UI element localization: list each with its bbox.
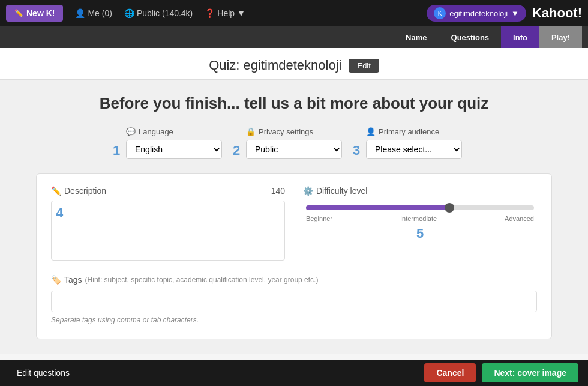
chevron-down-icon: ▼ <box>237 8 245 18</box>
new-k-button[interactable]: New K! <box>6 5 63 22</box>
audience-setting: 3 👤 Primary audience Please select... Ki… <box>366 127 462 159</box>
difficulty-label: ⚙️ Difficulty level <box>303 186 537 196</box>
privacy-setting: 2 🔒 Privacy settings Public Private <box>246 127 342 159</box>
tags-input[interactable] <box>51 291 537 312</box>
privacy-select[interactable]: Public Private <box>246 140 342 159</box>
tag-icon: 🏷️ <box>51 275 61 285</box>
next-cover-image-button[interactable]: Next: cover image <box>482 363 578 382</box>
public-icon: 🌐 <box>124 8 134 18</box>
edit-questions-button[interactable]: Edit questions <box>10 363 77 382</box>
nav-help[interactable]: ❓ Help ▼ <box>205 8 245 18</box>
chevron-down-icon: ▼ <box>511 9 519 18</box>
char-count: 140 <box>271 186 285 196</box>
bottom-right-actions: Cancel Next: cover image <box>424 363 578 382</box>
language-setting: 1 💬 Language English Turkish Spanish <box>126 127 222 159</box>
label-beginner: Beginner <box>306 215 332 222</box>
tags-label: 🏷️ Tags (Hint: subject, specific topic, … <box>51 275 537 285</box>
cancel-button[interactable]: Cancel <box>424 363 476 382</box>
me-icon: 👤 <box>75 8 85 18</box>
nav-right: K egitimdeteknoloji ▼ Kahoot! <box>427 5 582 22</box>
audience-select[interactable]: Please select... Kids Students Adults <box>366 140 462 159</box>
description-textarea[interactable] <box>51 201 285 261</box>
tab-questions[interactable]: Questions <box>439 26 502 48</box>
description-label: ✏️ Description <box>51 186 106 196</box>
sub-nav-tabs: Name Questions Info Play! <box>394 26 582 48</box>
tags-help: Separate tags using comma or tab charact… <box>51 316 537 324</box>
step-1-number: 1 <box>113 143 120 158</box>
lock-icon: 🔒 <box>246 127 256 136</box>
main-content: Before you finish... tell us a bit more … <box>0 80 588 354</box>
description-col: ✏️ Description 140 4 <box>51 186 285 263</box>
tags-hint: (Hint: subject, specific topic, academic… <box>85 276 319 284</box>
nav-links: 👤 Me (0) 🌐 Public (140.4k) ❓ Help ▼ <box>75 8 427 18</box>
page-heading: Before you finish... tell us a bit more … <box>36 94 552 113</box>
info-card: ✏️ Description 140 4 ⚙️ Difficulty level <box>36 173 552 339</box>
language-icon: 💬 <box>126 127 136 136</box>
quiz-title: Quiz: egitimdeteknoloji <box>209 58 341 73</box>
edit-button[interactable]: Edit <box>349 59 379 73</box>
nav-public[interactable]: 🌐 Public (140.4k) <box>124 8 193 18</box>
user-badge[interactable]: K egitimdeteknoloji ▼ <box>427 5 526 22</box>
person-icon: 👤 <box>366 127 376 136</box>
user-avatar-circle: K <box>434 7 446 19</box>
gear-icon: ⚙️ <box>303 186 313 196</box>
privacy-label: 🔒 Privacy settings <box>246 127 313 136</box>
slider-fill <box>306 205 454 210</box>
slider-container: Beginner Intermediate Advanced <box>303 205 537 222</box>
step-2-number: 2 <box>233 143 240 158</box>
difficulty-col: ⚙️ Difficulty level Beginner Intermediat… <box>303 186 537 263</box>
description-header: ✏️ Description 140 <box>51 186 285 196</box>
step-4-number: 4 <box>56 205 63 221</box>
tab-play[interactable]: Play! <box>539 26 582 48</box>
audience-label: 👤 Primary audience <box>366 127 439 136</box>
slider-track <box>306 205 534 210</box>
quiz-header: Quiz: egitimdeteknoloji Edit <box>0 48 588 80</box>
step-3-number: 3 <box>353 143 360 158</box>
nav-me[interactable]: 👤 Me (0) <box>75 8 112 18</box>
sub-nav: Name Questions Info Play! <box>0 26 588 48</box>
card-row: ✏️ Description 140 4 ⚙️ Difficulty level <box>51 186 537 263</box>
step-5-number: 5 <box>303 226 537 241</box>
slider-labels: Beginner Intermediate Advanced <box>306 215 534 222</box>
tab-info[interactable]: Info <box>501 26 539 48</box>
label-intermediate: Intermediate <box>400 215 437 222</box>
username-label: egitimdeteknoloji <box>449 9 508 18</box>
language-label: 💬 Language <box>126 127 173 136</box>
language-select[interactable]: English Turkish Spanish <box>126 140 222 159</box>
tab-name[interactable]: Name <box>394 26 439 48</box>
label-advanced: Advanced <box>505 215 534 222</box>
settings-row: 1 💬 Language English Turkish Spanish 2 🔒… <box>36 127 552 159</box>
bottom-bar: Edit questions Cancel Next: cover image <box>0 360 588 386</box>
kahoot-logo: Kahoot! <box>532 5 582 21</box>
help-icon: ❓ <box>205 8 215 18</box>
top-nav: New K! 👤 Me (0) 🌐 Public (140.4k) ❓ Help… <box>0 0 588 26</box>
pencil-icon: ✏️ <box>51 186 61 196</box>
slider-thumb[interactable] <box>445 203 454 213</box>
tags-section: 🏷️ Tags (Hint: subject, specific topic, … <box>51 275 537 324</box>
